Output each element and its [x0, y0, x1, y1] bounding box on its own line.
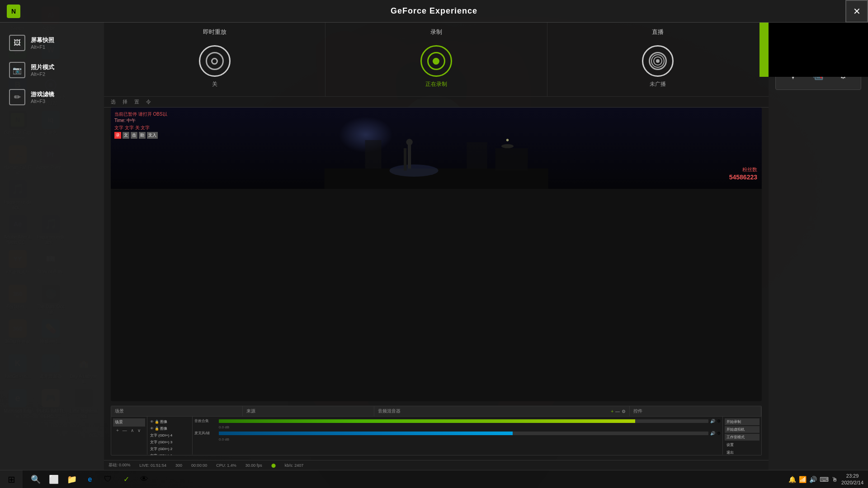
gfe-title: GeForce Experience — [391, 6, 477, 16]
controls-label: 控件 — [633, 408, 642, 414]
filters-shortcut: Alt+F3 — [31, 99, 54, 104]
green-accent-bar — [760, 23, 769, 77]
scene-remove-btn[interactable]: — — [121, 427, 128, 433]
recording-circle[interactable] — [420, 45, 452, 77]
taskbar-edge[interactable]: e — [81, 470, 99, 488]
taskbar-eye[interactable]: 👁 — [136, 470, 153, 488]
tab-instant-replay[interactable]: 即时重放 关 — [104, 23, 326, 96]
instant-replay-label: 即时重放 — [203, 23, 226, 38]
obs-source-text3[interactable]: 文字 (GDI+) 3 — [149, 439, 190, 446]
track-mic-fill — [219, 432, 513, 435]
taskbar-files[interactable]: 📁 — [63, 470, 80, 488]
source-lock[interactable]: 🔒 — [155, 420, 159, 424]
instant-replay-circle[interactable] — [199, 45, 231, 77]
filters-label: 游戏滤镜 — [31, 90, 54, 99]
svg-rect-15 — [467, 142, 487, 169]
clock-time: 23:29 — [841, 473, 863, 479]
close-button[interactable]: ✕ — [845, 0, 868, 23]
scene-add-btn[interactable]: + — [115, 427, 120, 433]
taskbar-clock[interactable]: 23:29 2020/2/14 — [841, 473, 863, 486]
toolbar-item-4: 令 — [146, 99, 151, 105]
source-eye-2[interactable]: 👁 — [150, 427, 154, 431]
toolbar-item-2: 择 — [123, 99, 127, 105]
start-button[interactable]: ⊞ — [0, 470, 23, 488]
screenshot-shortcut: Alt+F1 — [31, 44, 54, 50]
obs-panel: 场景 来源 音频混音器 + — ⚙ 控件 — [111, 406, 762, 455]
track-sfx-volume[interactable]: 🔊 — [710, 419, 715, 423]
game-preview: 当前已暂停 请打开 OBS以 Time: 中午 文字 文字 关 文字 录 文 击… — [111, 108, 762, 401]
tab-broadcast[interactable]: 直播 未广播 — [547, 23, 769, 96]
taskbar-systray: 🔔 📶 🔊 ⌨ 🖱 — [788, 476, 838, 483]
track-sfx-fill — [219, 419, 635, 423]
obs-content: 场景 + — ∧ ∨ 👁 🔒 图像 — [111, 417, 761, 455]
menu-item-photomode-text: 照片模式 Alt+F2 — [31, 63, 54, 77]
obs-header-controls: 控件 — [630, 406, 761, 416]
obs-source-text4[interactable]: 文字 (GDI+) 4 — [149, 432, 190, 439]
systray-icon-2[interactable]: 📶 — [799, 476, 807, 483]
taskbar-search[interactable]: 🔍 — [27, 470, 44, 488]
broadcast-label: 直播 — [652, 23, 664, 38]
status-time: 00:00:00 — [191, 463, 207, 468]
recording-label: 录制 — [430, 23, 442, 38]
menu-item-photomode[interactable]: 📷 照片模式 Alt+F2 — [0, 56, 104, 84]
mixer-add[interactable]: + — [611, 409, 613, 414]
taskbar-taskview[interactable]: ⬜ — [45, 470, 62, 488]
source-eye[interactable]: 👁 — [150, 420, 154, 424]
svg-rect-16 — [495, 148, 528, 171]
track-sfx-settings[interactable]: ⚙ — [717, 419, 721, 423]
systray-icon-4[interactable]: ⌨ — [820, 476, 829, 483]
svg-point-10 — [390, 164, 439, 177]
svg-point-17 — [506, 139, 509, 141]
obs-exit[interactable]: 退出 — [725, 449, 760, 455]
systray-icon-1[interactable]: 🔔 — [788, 476, 796, 483]
track-mic-label: 麦克风/辅 — [194, 431, 217, 436]
obs-track-mic: 麦克风/辅 🔊 ⚙ — [194, 431, 721, 436]
systray-icon-3[interactable]: 🔊 — [809, 476, 817, 483]
obs-source-text2[interactable]: 文字 (GDI+) 2 — [149, 446, 190, 452]
taskbar-checked[interactable]: ✓ — [118, 470, 135, 488]
mixer-remove[interactable]: — — [615, 409, 620, 414]
tab-recording[interactable]: 录制 正在录制 — [326, 23, 547, 96]
status-live: LIVE: 01:51:54 — [140, 463, 167, 468]
clock-date: 2020/2/14 — [841, 479, 863, 486]
track-mic-volume[interactable]: 🔊 — [710, 431, 715, 436]
photomode-label: 照片模式 — [31, 63, 54, 71]
taskbar-right-area: 🔔 📶 🔊 ⌨ 🖱 23:29 2020/2/14 — [788, 473, 868, 486]
scene-down-btn[interactable]: ∨ — [136, 427, 142, 433]
obs-sources-panel: 👁 🔒 图像 👁 🔒 图像 文字 (GDI+) 4 — [147, 417, 193, 455]
obs-studio-mode[interactable]: 工作室模式 — [725, 434, 760, 441]
obs-settings[interactable]: 设置 — [725, 441, 760, 448]
obs-start-virtual[interactable]: 开始虚拟机 — [725, 426, 760, 433]
systray-icon-5[interactable]: 🖱 — [831, 476, 838, 483]
obs-source-image2[interactable]: 👁 🔒 图像 — [149, 425, 190, 432]
track-mic-settings[interactable]: ⚙ — [717, 431, 721, 436]
menu-item-filters[interactable]: ✏ 游戏滤镜 Alt+F3 — [0, 84, 104, 111]
obs-header-sources: 来源 — [243, 406, 374, 416]
status-fps: 30.00 fps — [245, 463, 262, 468]
obs-source-image1[interactable]: 👁 🔒 图像 — [149, 418, 190, 425]
screenshot-label: 屏幕快照 — [31, 36, 54, 44]
gfe-body: 🖼 屏幕快照 Alt+F1 📷 照片模式 Alt+F2 ✏ 游戏滤镜 Alt+F… — [0, 23, 868, 470]
obs-scene-item-1[interactable]: 场景 — [113, 418, 145, 426]
gfe-center-panel: 即时重放 关 录制 正在录制 — [104, 23, 769, 470]
filters-icon: ✏ — [9, 89, 25, 105]
svg-rect-13 — [404, 148, 406, 171]
taskbar-shield[interactable]: 🛡 — [99, 470, 117, 488]
gfe-overlay: N GeForce Experience ✕ 🖼 屏幕快照 Alt+F1 📷 照… — [0, 0, 868, 470]
scene-up-btn[interactable]: ∧ — [129, 427, 135, 433]
stats-label: 粉丝数 — [729, 166, 757, 173]
preview-dark-scene — [111, 108, 762, 189]
obs-header: 场景 来源 音频混音器 + — ⚙ 控件 — [111, 406, 761, 417]
photomode-shortcut: Alt+F2 — [31, 71, 54, 77]
menu-item-screenshot[interactable]: 🖼 屏幕快照 Alt+F1 — [0, 29, 104, 56]
overlay-line-3: 文字 文字 关 文字 — [114, 125, 167, 131]
stats-value: 54586223 — [729, 173, 757, 182]
svg-rect-14 — [365, 140, 382, 169]
broadcast-circle[interactable] — [642, 45, 674, 77]
mixer-label: 音频混音器 — [378, 408, 401, 414]
obs-start-record[interactable]: 开始录制 — [725, 418, 760, 425]
source-lock-2[interactable]: 🔒 — [155, 427, 159, 431]
obs-source-text1[interactable]: 文字 (GDI+) 1 — [149, 452, 190, 455]
preview-overlay-warning: 当前已暂停 请打开 OBS以 Time: 中午 文字 文字 关 文字 录 文 击… — [114, 111, 167, 139]
mixer-settings[interactable]: ⚙ — [622, 409, 626, 414]
